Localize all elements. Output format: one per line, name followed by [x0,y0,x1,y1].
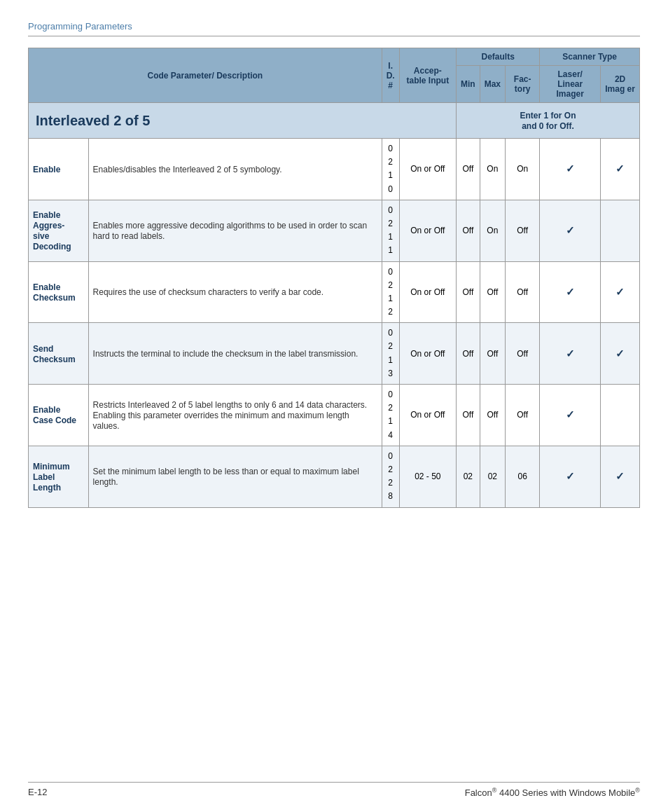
laser-checkmark: ✓ [566,408,575,420]
laser-check-cell: ✓ [540,139,601,200]
page-footer: E-12 Falcon® 4400 Series with Windows Mo… [28,782,640,798]
laser-checkmark: ✓ [566,470,575,482]
id-cell: 0 2 1 0 [382,139,399,200]
col-header-factory: Fac- tory [506,66,540,103]
laser-check-cell: ✓ [540,200,601,261]
laser-check-cell: ✓ [540,446,601,507]
min-cell: Off [457,200,480,261]
factory-cell: Off [506,200,540,261]
imager-check-cell: ✓ [601,446,640,507]
factory-cell: Off [506,323,540,385]
imager-check-cell [601,385,640,446]
factory-cell: On [506,139,540,200]
section-instruction: Enter 1 for On and 0 for Off. [520,111,576,131]
id-cell: 0 2 2 8 [382,446,399,507]
param-desc-cell: Restricts Interleaved 2 of 5 label lengt… [88,385,382,446]
imager-check-cell: ✓ [601,323,640,385]
factory-cell: 06 [506,446,540,507]
col-header-param: Code Parameter/ Description [29,48,382,103]
imager-checkmark: ✓ [615,163,625,174]
imager-checkmark: ✓ [615,347,625,359]
id-cell: 0 2 1 1 [382,200,399,261]
max-cell: 02 [480,446,505,507]
input-cell: On or Off [399,385,456,446]
param-name-cell: Enable Aggres- sive Decoding [29,200,89,261]
input-cell: 02 - 50 [399,446,456,507]
table-row: Send ChecksumInstructs the terminal to i… [29,323,640,385]
id-cell: 0 2 1 4 [382,385,399,446]
footer-page-number: E-12 [28,787,47,797]
id-cell: 0 2 1 2 [382,261,399,323]
table-row: Enable Aggres- sive DecodingEnables more… [29,200,640,261]
laser-check-cell: ✓ [540,323,601,385]
page-container: Programming Parameters Code Parameter/ D… [0,0,668,812]
col-header-laser: Laser/ Linear Imager [540,66,601,103]
param-name-cell: Send Checksum [29,323,89,385]
id-cell: 0 2 1 3 [382,323,399,385]
col-header-input: Accep- table Input [399,48,456,103]
col-header-id: I. D. # [382,48,399,103]
min-cell: Off [457,139,480,200]
imager-check-cell: ✓ [601,261,640,323]
col-header-scanner-type: Scanner Type [540,48,640,66]
section-instruction-cell: Enter 1 for On and 0 for Off. [457,103,640,139]
max-cell: Off [480,323,505,385]
table-row: Minimum Label LengthSet the minimum labe… [29,446,640,507]
section-title-cell: Interleaved 2 of 5 [29,103,457,139]
section-title: Interleaved 2 of 5 [36,113,150,128]
col-header-max: Max [480,66,505,103]
table-row: Enable Case CodeRestricts Interleaved 2 … [29,385,640,446]
min-cell: Off [457,385,480,446]
footer-product-name: Falcon® 4400 Series with Windows Mobile® [465,787,640,798]
param-name-cell: Enable [29,139,89,200]
max-cell: On [480,139,505,200]
param-desc-cell: Enables/disables the Interleaved 2 of 5 … [88,139,382,200]
main-table: Code Parameter/ Description I. D. # Acce… [28,48,640,508]
table-row: Enable ChecksumRequires the use of check… [29,261,640,323]
laser-check-cell: ✓ [540,261,601,323]
page-header: Programming Parameters [28,21,640,36]
min-cell: Off [457,261,480,323]
param-name-cell: Minimum Label Length [29,446,89,507]
param-name-cell: Enable Case Code [29,385,89,446]
param-desc-cell: Instructs the terminal to include the ch… [88,323,382,385]
min-cell: 02 [457,446,480,507]
imager-check-cell: ✓ [601,139,640,200]
factory-cell: Off [506,261,540,323]
laser-checkmark: ✓ [566,224,575,236]
laser-check-cell: ✓ [540,385,601,446]
max-cell: Off [480,385,505,446]
imager-checkmark: ✓ [615,470,625,482]
param-desc-cell: Requires the use of checksum characters … [88,261,382,323]
col-header-2d: 2D Imag er [601,66,640,103]
input-cell: On or Off [399,139,456,200]
laser-checkmark: ✓ [566,163,575,174]
imager-checkmark: ✓ [615,286,625,298]
factory-cell: Off [506,385,540,446]
imager-check-cell [601,200,640,261]
table-row: EnableEnables/disables the Interleaved 2… [29,139,640,200]
input-cell: On or Off [399,200,456,261]
param-desc-cell: Set the minimum label length to be less … [88,446,382,507]
laser-checkmark: ✓ [566,347,575,359]
input-cell: On or Off [399,261,456,323]
param-name-cell: Enable Checksum [29,261,89,323]
col-header-min: Min [457,66,480,103]
col-header-defaults: Defaults [457,48,540,66]
min-cell: Off [457,323,480,385]
input-cell: On or Off [399,323,456,385]
laser-checkmark: ✓ [566,286,575,298]
max-cell: Off [480,261,505,323]
param-desc-cell: Enables more aggressive decoding algorit… [88,200,382,261]
max-cell: On [480,200,505,261]
